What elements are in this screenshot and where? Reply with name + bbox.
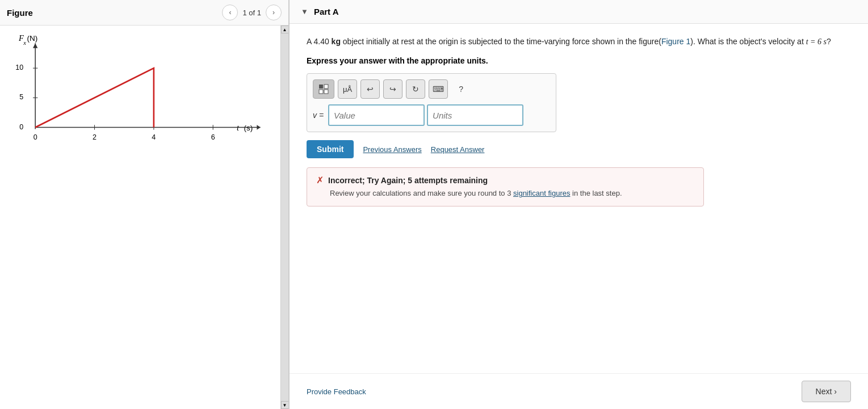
x-tick-6: 6 <box>211 133 215 141</box>
mu-button[interactable]: μÅ <box>338 79 357 99</box>
x-tick-0: 0 <box>33 133 37 141</box>
scroll-up-button[interactable]: ▲ <box>281 26 289 33</box>
error-box: ✗ Incorrect; Try Again; 5 attempts remai… <box>307 167 704 206</box>
error-header: ✗ Incorrect; Try Again; 5 attempts remai… <box>316 175 694 185</box>
refresh-button[interactable]: ↻ <box>406 79 425 99</box>
x-tick-4: 4 <box>152 133 156 141</box>
figure-title: Figure <box>7 8 222 18</box>
figure-nav-count: 1 of 1 <box>242 9 261 17</box>
figure-link[interactable]: Figure 1 <box>661 37 690 46</box>
error-icon: ✗ <box>316 175 324 185</box>
answer-box: μÅ ↩ ↪ ↻ ⌨ ? v = <box>307 73 556 132</box>
part-header: ▼ Part A <box>290 0 868 24</box>
help-icon: ? <box>459 85 463 94</box>
matrix-icon <box>318 83 329 95</box>
keyboard-button[interactable]: ⌨ <box>429 79 448 99</box>
y-tick-0: 0 <box>19 123 23 131</box>
significant-figures-link[interactable]: significant figures <box>513 189 570 197</box>
equation-label: v = <box>313 111 324 120</box>
units-input[interactable] <box>427 104 523 126</box>
next-arrow-icon: › <box>834 387 837 396</box>
scroll-down-button[interactable]: ▼ <box>281 401 289 409</box>
svg-rect-9 <box>319 90 323 94</box>
bottom-bar: Provide Feedback Next › <box>290 373 868 409</box>
previous-answers-button[interactable]: Previous Answers <box>363 145 421 154</box>
redo-button[interactable]: ↪ <box>383 79 402 99</box>
submit-button[interactable]: Submit <box>307 140 354 158</box>
figure-prev-button[interactable]: ‹ <box>222 5 238 20</box>
left-panel: Figure ‹ 1 of 1 › F x (N) 0 5 10 0 2 4 6… <box>0 0 290 409</box>
figure-container: F x (N) 0 5 10 0 2 4 6 t (s) <box>0 26 288 409</box>
help-button[interactable]: ? <box>451 79 471 99</box>
figure-next-button[interactable]: › <box>266 5 282 20</box>
next-label: Next <box>816 387 832 396</box>
instruction-text: Express your answer with the appropriate… <box>307 56 851 65</box>
value-input[interactable] <box>328 104 425 126</box>
feedback-link[interactable]: Provide Feedback <box>307 387 366 396</box>
y-unit-label: (N) <box>27 34 38 43</box>
question-text: A 4.40 kg object initially at rest at th… <box>307 35 851 48</box>
toolbar: μÅ ↩ ↪ ↻ ⌨ ? <box>313 79 550 99</box>
svg-rect-7 <box>319 85 323 88</box>
right-panel: ▼ Part A A 4.40 kg object initially at r… <box>290 0 868 409</box>
svg-rect-8 <box>324 85 328 88</box>
content-area: A 4.40 kg object initially at rest at th… <box>290 24 868 373</box>
request-answer-button[interactable]: Request Answer <box>431 145 485 154</box>
keyboard-icon: ⌨ <box>433 85 444 94</box>
figure-scrollbar[interactable]: ▲ ▼ <box>280 26 288 409</box>
figure-header: Figure ‹ 1 of 1 › <box>0 0 288 26</box>
svg-rect-10 <box>324 90 328 94</box>
next-button[interactable]: Next › <box>802 381 851 402</box>
undo-button[interactable]: ↩ <box>360 79 380 99</box>
x-tick-2: 2 <box>93 133 97 141</box>
undo-icon: ↩ <box>367 85 374 94</box>
part-title: Part A <box>314 7 339 16</box>
y-tick-10: 10 <box>15 64 23 71</box>
matrix-button[interactable] <box>313 79 334 99</box>
math-expression: t = 6 s <box>806 37 827 46</box>
error-message: Review your calculations and make sure y… <box>330 188 694 199</box>
graph-svg: F x (N) 0 5 10 0 2 4 6 t (s) <box>6 31 278 156</box>
figure-nav: ‹ 1 of 1 › <box>222 5 282 20</box>
input-row: v = <box>313 104 550 126</box>
y-tick-5: 5 <box>19 93 23 101</box>
redo-icon: ↪ <box>389 85 396 94</box>
y-sub-label: x <box>23 40 26 46</box>
action-row: Submit Previous Answers Request Answer <box>307 140 851 158</box>
mu-label: μÅ <box>343 85 352 94</box>
graph-line <box>35 68 154 127</box>
part-collapse-icon[interactable]: ▼ <box>301 7 308 16</box>
x-axis-arrow <box>257 125 260 129</box>
error-title: Incorrect; Try Again; 5 attempts remaini… <box>328 176 488 185</box>
refresh-icon: ↻ <box>412 85 419 94</box>
y-axis-arrow <box>33 43 37 48</box>
